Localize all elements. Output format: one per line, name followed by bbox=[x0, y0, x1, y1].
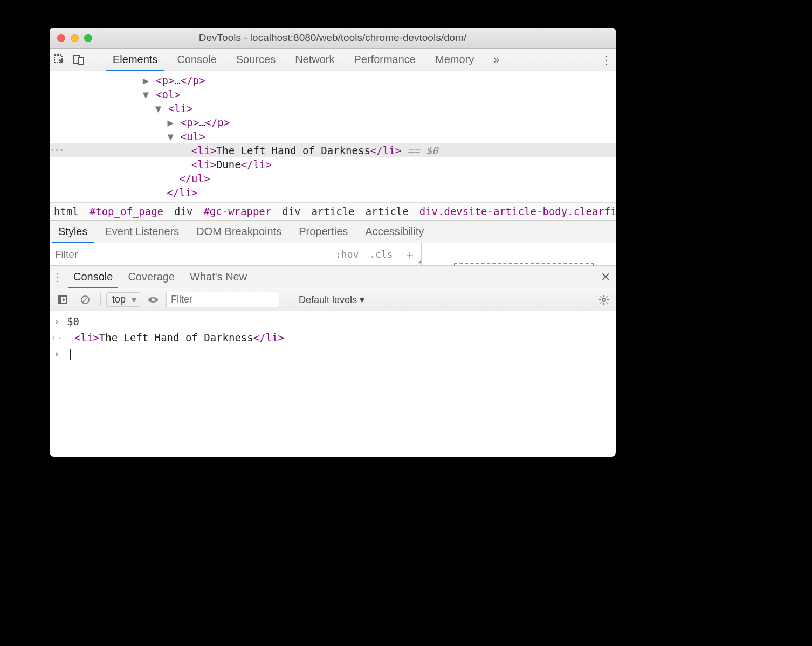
prompt-chevron-icon: › bbox=[50, 346, 64, 362]
console-sidebar-toggle-icon[interactable] bbox=[53, 290, 72, 310]
console-line[interactable]: › $0 bbox=[50, 313, 616, 329]
crumb[interactable]: article bbox=[312, 205, 355, 217]
expand-arrow-icon[interactable]: ▶ bbox=[167, 115, 174, 129]
elements-tree[interactable]: ▶ <p>…</p> ▼ <ol> ▼ <li> ▶ <p>…</p> ▼ <u… bbox=[50, 71, 616, 202]
console-prompt[interactable]: › bbox=[50, 346, 616, 362]
drawer-tab-coverage[interactable]: Coverage bbox=[120, 266, 182, 288]
tree-node[interactable]: ▼ <li> bbox=[50, 101, 616, 115]
expand-arrow-icon[interactable]: ▶ bbox=[142, 73, 150, 87]
collapse-arrow-icon[interactable]: ▼ bbox=[167, 129, 174, 143]
crumb[interactable]: div bbox=[174, 205, 192, 217]
console-input-text: $0 bbox=[64, 313, 79, 329]
drawer-tab-console[interactable]: Console bbox=[66, 266, 120, 288]
tree-node-selected[interactable]: ••• <li>The Left Hand of Darkness</li> =… bbox=[50, 143, 616, 157]
console-line[interactable]: ‹· <li>The Left Hand of Darkness</li> bbox=[50, 329, 616, 346]
tree-node[interactable]: ▶ <p>…</p> bbox=[50, 115, 616, 129]
crumb[interactable]: html bbox=[54, 205, 79, 217]
tree-node[interactable]: ▶ <p>…</p> bbox=[50, 73, 616, 87]
text-cursor bbox=[70, 349, 71, 360]
crumb[interactable]: article bbox=[366, 205, 409, 217]
tab-sources[interactable]: Sources bbox=[226, 49, 285, 71]
styles-filter-input[interactable] bbox=[50, 243, 330, 265]
crumb[interactable]: div bbox=[282, 205, 300, 217]
hov-toggle[interactable]: :hov bbox=[330, 249, 364, 260]
tab-properties[interactable]: Properties bbox=[290, 221, 356, 243]
dom-breadcrumb[interactable]: html #top_of_page div #gc-wrapper div ar… bbox=[50, 202, 616, 221]
new-style-rule-icon[interactable]: ＋◢ bbox=[398, 246, 421, 263]
console-filter-input[interactable] bbox=[166, 292, 279, 307]
console-output-text: <li>The Left Hand of Darkness</li> bbox=[64, 329, 284, 346]
inspect-element-icon[interactable] bbox=[50, 50, 69, 70]
collapse-arrow-icon[interactable]: ▼ bbox=[154, 101, 162, 115]
svg-line-15 bbox=[607, 302, 608, 303]
separator bbox=[93, 53, 93, 67]
svg-rect-4 bbox=[58, 296, 61, 304]
clear-console-icon[interactable] bbox=[75, 290, 95, 310]
tab-performance[interactable]: Performance bbox=[345, 49, 426, 71]
tree-node[interactable]: ▼ <ol> bbox=[50, 87, 616, 101]
tab-elements[interactable]: Elements bbox=[103, 49, 167, 71]
device-toggle-icon[interactable] bbox=[69, 50, 88, 70]
crumb[interactable]: #top_of_page bbox=[90, 205, 163, 217]
collapse-arrow-icon[interactable]: ▼ bbox=[142, 87, 150, 101]
svg-line-16 bbox=[601, 302, 602, 303]
window-title: DevTools - localhost:8080/web/tools/chro… bbox=[50, 32, 616, 44]
execution-context-selector[interactable]: top bbox=[106, 292, 140, 307]
tab-accessibility[interactable]: Accessibility bbox=[356, 221, 432, 243]
box-model-preview bbox=[421, 243, 616, 265]
crumb[interactable]: div.devsite-article-body.clearfix bbox=[419, 205, 616, 217]
tree-node[interactable]: <li>Dune</li> bbox=[50, 157, 616, 171]
log-levels-selector[interactable]: Default levels ▾ bbox=[299, 294, 364, 306]
cls-toggle[interactable]: .cls bbox=[364, 249, 398, 260]
drawer-menu-icon[interactable]: ⋮ bbox=[50, 271, 66, 284]
tab-memory[interactable]: Memory bbox=[425, 49, 484, 71]
window-titlebar: DevTools - localhost:8080/web/tools/chro… bbox=[50, 28, 616, 49]
svg-point-9 bbox=[602, 298, 605, 301]
tree-node[interactable]: ▼ <ul> bbox=[50, 129, 616, 143]
output-chevron-icon: ‹· bbox=[50, 329, 64, 346]
tree-node[interactable]: </li> bbox=[50, 185, 616, 200]
svg-line-14 bbox=[601, 296, 602, 297]
main-tabs: Elements Console Sources Network Perform… bbox=[103, 49, 509, 71]
svg-line-6 bbox=[82, 297, 88, 303]
devtools-toolbar: Elements Console Sources Network Perform… bbox=[50, 49, 616, 71]
tab-console[interactable]: Console bbox=[167, 49, 226, 71]
settings-menu-icon[interactable]: ⋮ bbox=[597, 51, 616, 69]
tabs-overflow-icon[interactable]: » bbox=[484, 49, 509, 71]
console-toolbar: top Default levels ▾ bbox=[50, 288, 616, 311]
styles-filter-bar: :hov .cls ＋◢ bbox=[50, 243, 616, 266]
input-chevron-icon: › bbox=[50, 313, 64, 329]
tab-dom-breakpoints[interactable]: DOM Breakpoints bbox=[188, 221, 290, 243]
console-settings-icon[interactable] bbox=[598, 294, 609, 305]
console-output[interactable]: › $0 ‹· <li>The Left Hand of Darkness</l… bbox=[50, 311, 616, 451]
styles-tabs: Styles Event Listeners DOM Breakpoints P… bbox=[50, 221, 616, 243]
tab-styles[interactable]: Styles bbox=[50, 221, 96, 243]
gutter-ellipsis-icon[interactable]: ••• bbox=[51, 143, 64, 157]
tab-event-listeners[interactable]: Event Listeners bbox=[96, 221, 188, 243]
drawer-tabs: ⋮ Console Coverage What's New ✕ bbox=[50, 266, 616, 288]
svg-point-8 bbox=[152, 298, 155, 301]
close-drawer-icon[interactable]: ✕ bbox=[601, 270, 610, 284]
tree-node[interactable]: </ul> bbox=[50, 171, 616, 185]
tab-network[interactable]: Network bbox=[285, 49, 344, 71]
svg-line-17 bbox=[607, 296, 608, 297]
svg-rect-2 bbox=[79, 58, 84, 65]
drawer-tab-whats-new[interactable]: What's New bbox=[182, 266, 254, 288]
crumb[interactable]: #gc-wrapper bbox=[203, 205, 271, 217]
separator bbox=[100, 293, 101, 306]
live-expression-icon[interactable] bbox=[143, 290, 163, 310]
